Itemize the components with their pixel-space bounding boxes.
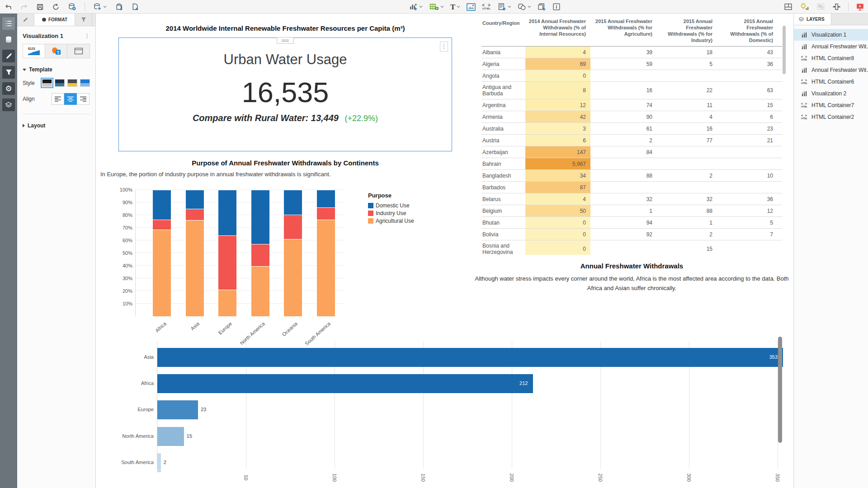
table-cell-value[interactable]: 2: [590, 135, 657, 146]
table-cell-value[interactable]: 15: [717, 99, 778, 111]
bar-segment-asia[interactable]: [186, 190, 204, 209]
table-cell-value[interactable]: 43: [717, 47, 778, 58]
table-cell-country[interactable]: Armenia: [481, 111, 525, 122]
table-row[interactable]: Azerbaijan14784: [481, 146, 782, 158]
table-cell-value[interactable]: 59: [590, 58, 657, 70]
subtab-number-format[interactable]: $123: [23, 44, 45, 58]
bar-segment-europe[interactable]: [218, 236, 236, 290]
table-header-cell[interactable]: 2014 Annual Freshwater Withdrawals (% of…: [525, 18, 590, 43]
pause-data-refresh-icon[interactable]: [68, 3, 76, 11]
table-cell-value[interactable]: [717, 70, 778, 81]
table-header-cell[interactable]: Country/Region: [481, 18, 525, 43]
table-cell-country[interactable]: Algeria: [481, 58, 525, 70]
table-cell-value[interactable]: 7: [717, 229, 778, 240]
table-row[interactable]: Barbados87: [481, 182, 782, 193]
table-cell-value[interactable]: 0: [525, 229, 590, 240]
group-icon[interactable]: [816, 3, 825, 11]
bar-north-america[interactable]: [157, 427, 184, 446]
table-cell-value[interactable]: [717, 240, 778, 255]
table-cell-value[interactable]: 61: [590, 123, 657, 134]
legend-item[interactable]: Domestic Use: [368, 202, 414, 209]
add-chart-icon[interactable]: [409, 3, 423, 11]
table-row[interactable]: Angola0: [481, 70, 782, 82]
table-cell-value[interactable]: [657, 146, 717, 158]
table-cell-value[interactable]: [657, 182, 717, 193]
table-cell-country[interactable]: Belgium: [481, 205, 525, 216]
legend-item[interactable]: Industry Use: [368, 209, 414, 217]
add-panel-icon[interactable]: [552, 3, 561, 11]
bar-segment-europe[interactable]: [218, 190, 236, 235]
table-cell-value[interactable]: 39: [590, 47, 657, 58]
table-cell-country[interactable]: Antigua and Barbuda: [481, 82, 525, 99]
table-cell-value[interactable]: 36: [717, 193, 778, 205]
bar-segment-europe[interactable]: [218, 290, 236, 316]
table-header-cell[interactable]: 2015 Annual Freshwater Withdrawals (% of…: [717, 18, 778, 43]
table-cell-country[interactable]: Bahrain: [481, 158, 525, 169]
table-scrollbar[interactable]: [783, 26, 786, 74]
table-cell-value[interactable]: 4: [657, 111, 717, 122]
table-cell-value[interactable]: 32: [657, 193, 717, 205]
layer-item-visualization-2[interactable]: Visualization 2: [794, 88, 868, 99]
table-cell-value[interactable]: [657, 70, 717, 81]
layer-item-html-container6[interactable]: < >HTMLHTML Container6: [794, 76, 868, 88]
bar-segment-south-america[interactable]: [317, 208, 335, 220]
table-row[interactable]: Argentina12741115: [481, 99, 782, 111]
bar-europe[interactable]: [157, 400, 198, 419]
table-cell-country[interactable]: Bangladesh: [481, 170, 525, 181]
add-shape-icon[interactable]: [518, 3, 531, 11]
table-cell-value[interactable]: [590, 70, 657, 81]
table-cell-country[interactable]: Australia: [481, 123, 525, 134]
layer-item-visualization-1[interactable]: Visualization 1: [794, 29, 868, 41]
table-cell-value[interactable]: 88: [590, 170, 657, 181]
table-header-cell[interactable]: 2015 Annual Freshwater Withdrawals (% fo…: [590, 18, 657, 43]
add-container-icon[interactable]: [538, 3, 546, 11]
bar-segment-oceania[interactable]: [284, 215, 302, 239]
outline-icon[interactable]: [2, 17, 15, 30]
bar-segment-north-america[interactable]: [251, 190, 269, 244]
table-cell-value[interactable]: [717, 146, 778, 158]
bar-segment-south-america[interactable]: [317, 220, 335, 316]
align-right-button[interactable]: [77, 93, 90, 105]
chart-scrollbar[interactable]: [778, 337, 782, 443]
layer-item-html-container8[interactable]: < >HTMLHTML Container8: [794, 52, 868, 64]
add-form-icon[interactable]: [498, 3, 511, 11]
table-cell-value[interactable]: 1: [657, 217, 717, 228]
align-center-button[interactable]: [64, 93, 77, 105]
edit-icon[interactable]: [2, 50, 15, 62]
bar-segment-africa[interactable]: [153, 220, 171, 230]
stacked-bar-chart[interactable]: 10%20%30%40%50%60%70%80%90%100%AfricaAsi…: [135, 190, 344, 316]
widget-menu-icon[interactable]: ⋮: [440, 42, 448, 52]
table-cell-value[interactable]: 12: [525, 99, 590, 111]
table-row[interactable]: Belgium5018812: [481, 205, 782, 217]
table-cell-value[interactable]: 92: [590, 229, 657, 240]
table-cell-value[interactable]: 74: [590, 99, 657, 111]
table-cell-value[interactable]: 2: [657, 229, 717, 240]
table-cell-value[interactable]: 5: [657, 58, 717, 70]
layer-item-html-container7[interactable]: < >HTMLHTML Container7: [794, 99, 868, 111]
table-cell-value[interactable]: 50: [525, 205, 590, 216]
bar-segment-north-america[interactable]: [251, 267, 269, 316]
bar-segment-south-america[interactable]: [317, 190, 335, 207]
bar-segment-north-america[interactable]: [251, 244, 269, 266]
bar-segment-asia[interactable]: [186, 209, 204, 220]
table-cell-value[interactable]: 18: [657, 47, 717, 58]
style-swatch-1[interactable]: [42, 79, 52, 87]
bar-segment-oceania[interactable]: [284, 190, 302, 215]
panel-kebab-icon[interactable]: ⋮: [84, 33, 90, 39]
align-left-button[interactable]: [52, 93, 64, 105]
table-cell-value[interactable]: 11: [657, 99, 717, 111]
table-cell-value[interactable]: 2: [657, 170, 717, 181]
table-cell-value[interactable]: [590, 240, 657, 255]
table-row[interactable]: Antigua and Barbuda8162263: [481, 82, 782, 99]
table-cell-value[interactable]: [590, 182, 657, 193]
table-cell-country[interactable]: Austria: [481, 135, 525, 146]
table-cell-value[interactable]: [590, 158, 657, 169]
table-row[interactable]: Bosnia and Herzegovina015: [481, 240, 782, 255]
table-row[interactable]: Algeria6959536: [481, 58, 782, 70]
add-image-icon[interactable]: [467, 3, 476, 11]
save-icon[interactable]: [36, 3, 44, 11]
bar-segment-africa[interactable]: [153, 230, 171, 316]
table-cell-country[interactable]: Azerbaijan: [481, 146, 525, 158]
table-cell-value[interactable]: 69: [525, 58, 590, 70]
table-cell-value[interactable]: 16: [657, 123, 717, 134]
